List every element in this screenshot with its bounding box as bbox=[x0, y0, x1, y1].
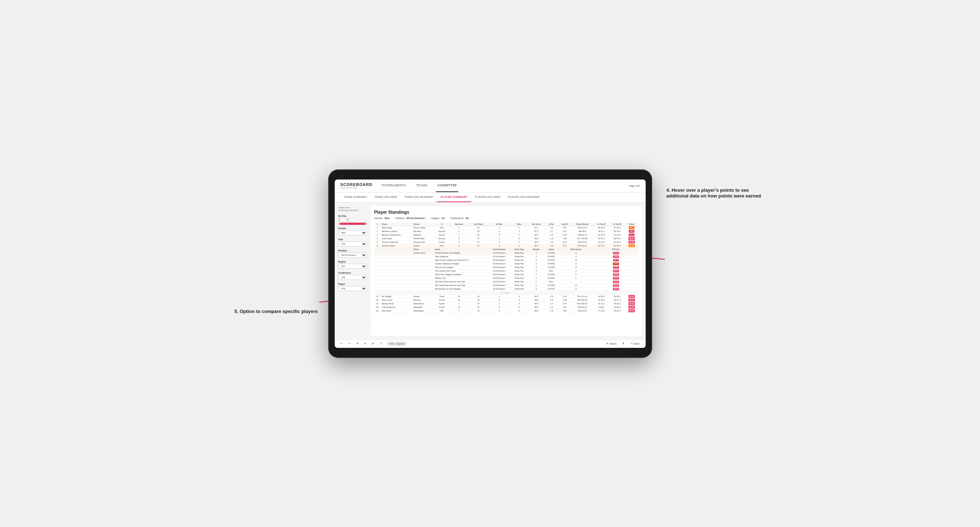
nav-teams[interactable]: TEAMS bbox=[415, 179, 429, 192]
popup-points-badge[interactable]: 24.11 bbox=[613, 270, 619, 272]
points-badge[interactable]: 68.54 bbox=[628, 237, 635, 240]
popup-points-badge[interactable]: 66.40 bbox=[613, 288, 619, 290]
settings-button[interactable]: ⚙ bbox=[355, 341, 360, 346]
annotation-4-text: 4. Hover over a player's points to see a… bbox=[667, 187, 761, 199]
popup-data-row: Amer An Intercollegiate NCAA Division I … bbox=[374, 265, 638, 269]
logo-sub: Powered by clippi bbox=[340, 187, 372, 189]
popup-points-badge[interactable]: 25.36 bbox=[613, 281, 619, 283]
standings-title: Player Standings bbox=[374, 210, 638, 215]
layout-button[interactable]: ⊞ bbox=[370, 341, 375, 346]
points-badge[interactable]: 60.02 bbox=[628, 302, 635, 305]
standings-table: # Player School Yr Reg Rank Conf Rank No… bbox=[374, 222, 638, 313]
no-rds-min-input[interactable] bbox=[338, 218, 346, 222]
standings-filters: Gender: Men Division: NCAA Division I Re… bbox=[374, 217, 638, 219]
sub-nav-team-summary[interactable]: TEAM SUMMARY bbox=[340, 192, 371, 202]
bottom-toolbar: ↩ ↪ ⚙ ⧉ ⊞ 🕐 View: Original 👁 Watch ⬇ ↗ S… bbox=[335, 339, 646, 348]
col-rank: # bbox=[374, 222, 381, 226]
col-vs-top50: Vs Top 50 bbox=[609, 222, 625, 226]
points-badge[interactable]: 60.27 bbox=[628, 298, 635, 302]
points-badge[interactable]: 58.49 bbox=[628, 310, 635, 312]
annotation-4: 4. Hover over a player's points to see a… bbox=[667, 187, 767, 200]
col-points: Points bbox=[625, 222, 638, 226]
division-select[interactable]: NCAA Division I bbox=[338, 252, 367, 257]
popup-data-row: Fallen Oak Collegiate Invitational NCAA … bbox=[374, 273, 638, 276]
view-original-button[interactable]: View: Original bbox=[387, 341, 406, 346]
sign-out-button[interactable]: Sign out bbox=[629, 184, 640, 187]
conference-display: Conference: All bbox=[450, 217, 469, 219]
table-row: 21 - Tacho ... bbox=[374, 290, 638, 295]
no-rds-max-input[interactable] bbox=[347, 218, 355, 222]
watch-label: Watch bbox=[609, 343, 617, 345]
nav-committee[interactable]: COMMITTEE bbox=[436, 179, 458, 192]
update-time: Update time: 27/01/2024 16:56:26 bbox=[338, 206, 367, 212]
conference-filter: Conference (All) bbox=[338, 271, 367, 280]
table-row: 3 Michael Thorbjornsen Stanford Fourth 1… bbox=[374, 233, 638, 237]
copy-button[interactable]: ⧉ bbox=[363, 341, 368, 346]
table-row: 5 Christo Lamprecht Georgia Tech Fourth … bbox=[374, 240, 638, 244]
gender-select[interactable]: Men Women bbox=[338, 230, 367, 235]
standings-tbody: 1 Wenyi Ding Arizona State First 11511 -… bbox=[374, 226, 638, 313]
sub-nav-player-h2h-grid[interactable]: PLAYER H2H GRID bbox=[471, 192, 504, 202]
no-rds-filter: No Rds. bbox=[338, 215, 367, 224]
table-row: 26 Petr Hruby Washington Fifth 72300 -88… bbox=[374, 309, 638, 313]
logo-text: SCOREBOARD bbox=[340, 183, 372, 187]
table-row: 2 Michael La Sasso Ole Miss Second 11801… bbox=[374, 230, 638, 233]
undo-button[interactable]: ↩ bbox=[339, 341, 344, 346]
popup-points-badge[interactable]: 73.33 bbox=[613, 263, 619, 265]
nav-tournaments[interactable]: TOURNAMENTS bbox=[380, 179, 407, 192]
share-button[interactable]: ↗ Share bbox=[629, 341, 641, 346]
popup-data-row: Tiger Invitational NCAA Division I Strok… bbox=[374, 255, 638, 258]
table-row: 22 Ian Gilligan Florida Third 102410 -68… bbox=[374, 295, 638, 298]
popup-points-badge[interactable]: 30.47 bbox=[613, 277, 619, 279]
sub-nav-team-h2h-grid[interactable]: TEAM H2H GRID bbox=[371, 192, 401, 202]
points-badge[interactable]: 60.58 bbox=[628, 295, 635, 298]
popup-data-row: SEC Stroke Play hosted by Jerry Pate NCA… bbox=[374, 284, 638, 287]
points-badge[interactable]: 68.2 bbox=[629, 226, 635, 229]
popup-points-badge[interactable]: 40.7 bbox=[613, 259, 619, 262]
sub-nav-player-summary[interactable]: PLAYER SUMMARY bbox=[437, 192, 471, 202]
points-badge[interactable]: 76.3 bbox=[629, 230, 635, 233]
redo-button[interactable]: ↪ bbox=[347, 341, 352, 346]
gender-display: Gender: Men bbox=[374, 217, 390, 219]
popup-points-badge[interactable]: 53.60 bbox=[613, 256, 619, 258]
col-reg-rank: Reg Rank bbox=[450, 222, 469, 226]
no-rds-slider[interactable] bbox=[338, 224, 367, 224]
popup-points-badge[interactable]: 37.57 bbox=[613, 266, 619, 269]
watch-button[interactable]: 👁 Watch bbox=[605, 342, 618, 346]
download-button[interactable]: ⬇ bbox=[621, 341, 626, 346]
region-select[interactable]: N/A bbox=[338, 264, 367, 269]
table-header-row: # Player School Yr Reg Rank Conf Rank No… bbox=[374, 222, 638, 226]
points-badge[interactable]: 59.95 bbox=[628, 306, 635, 309]
col-school: School bbox=[412, 222, 434, 226]
tablet-screen: SCOREBOARD Powered by clippi TOURNAMENTS… bbox=[335, 179, 646, 348]
points-badge[interactable]: 70.2 bbox=[629, 233, 635, 237]
popup-points-badge[interactable]: 20.64 bbox=[613, 252, 619, 254]
points-badge-jackson[interactable]: 68.18 bbox=[628, 244, 635, 247]
region-filter: Region N/A bbox=[338, 260, 367, 269]
table-row: 1 Wenyi Ding Arizona State First 11511 -… bbox=[374, 226, 638, 230]
conference-select[interactable]: (All) bbox=[338, 275, 367, 280]
popup-data-row: SEC Match Play hosted by Jerry Pate NCAA… bbox=[374, 280, 638, 284]
col-to-par: to Par bbox=[544, 222, 558, 226]
sub-nav-team-h2h-heatmap[interactable]: TEAM H2H HEATMAP bbox=[401, 192, 437, 202]
clock-button[interactable]: 🕐 bbox=[378, 341, 384, 346]
no-rds-range bbox=[338, 218, 367, 222]
popup-data-row: Wake Forest Invitational at Pinehurst No… bbox=[374, 258, 638, 262]
division-filter: Division NCAA Division I bbox=[338, 249, 367, 257]
col-adj-score: Adj. Score bbox=[528, 222, 544, 226]
col-avg-sg: Avg SG bbox=[558, 222, 571, 226]
popup-points-badge[interactable]: 16.50 bbox=[613, 273, 619, 276]
popup-data-row: Williams Cup NCAA Division I Stroke Play… bbox=[374, 276, 638, 280]
col-record: Overall Record bbox=[571, 222, 593, 226]
popup-points-badge[interactable]: 56.18 bbox=[613, 284, 619, 287]
points-badge[interactable]: 80.89 bbox=[628, 241, 635, 243]
share-label: Share bbox=[633, 343, 640, 345]
logo-area: SCOREBOARD Powered by clippi bbox=[340, 183, 372, 189]
col-player: Player bbox=[381, 222, 412, 226]
sub-nav-player-h2h-heatmap[interactable]: PLAYER H2H HEATMAP bbox=[504, 192, 544, 202]
player-filter: Player (All) bbox=[338, 283, 367, 291]
year-select[interactable]: (All) bbox=[338, 241, 367, 246]
annotation-5-text: 5. Option to compare specific players bbox=[235, 309, 318, 314]
division-display: Division: NCAA Division I bbox=[396, 217, 425, 219]
player-select[interactable]: (All) bbox=[338, 286, 367, 291]
